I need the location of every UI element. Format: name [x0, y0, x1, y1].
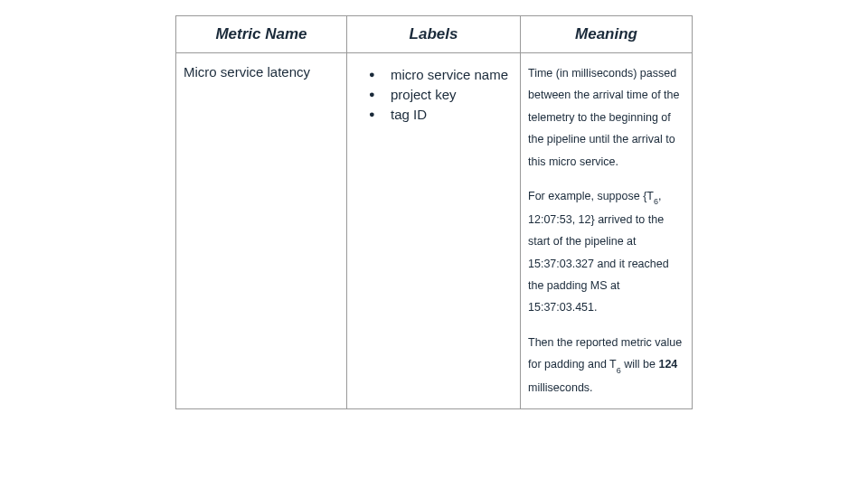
header-labels: Labels	[347, 16, 521, 53]
list-item: project key	[369, 85, 513, 105]
table-row: Micro service latency micro service name…	[176, 53, 693, 409]
cell-meaning: Time (in milliseconds) passed between th…	[521, 53, 693, 409]
labels-list: micro service name project key tag ID	[354, 65, 513, 124]
meaning-paragraph-3: Then the reported metric value for paddi…	[528, 332, 686, 399]
subscript: 6	[654, 197, 658, 206]
cell-metric-name: Micro service latency	[176, 53, 347, 409]
bold-value: 124	[658, 358, 677, 371]
meaning-paragraph-1: Time (in milliseconds) passed between th…	[528, 62, 686, 173]
header-metric-name: Metric Name	[176, 16, 347, 53]
header-meaning: Meaning	[521, 16, 693, 53]
list-item: micro service name	[369, 65, 513, 85]
meaning-paragraph-2: For example, suppose {T6, 12:07:53, 12} …	[528, 185, 686, 319]
table-header-row: Metric Name Labels Meaning	[176, 16, 693, 53]
subscript: 6	[617, 366, 621, 375]
metrics-table: Metric Name Labels Meaning Micro service…	[175, 15, 693, 409]
list-item: tag ID	[369, 105, 513, 125]
cell-labels: micro service name project key tag ID	[347, 53, 521, 409]
